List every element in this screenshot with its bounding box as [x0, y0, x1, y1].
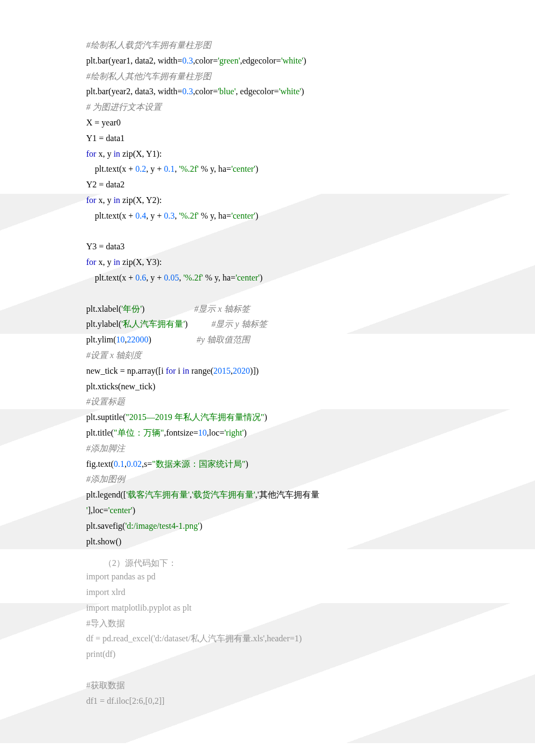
code-token: 0.3 — [182, 87, 193, 96]
code-token: 'center' — [231, 211, 255, 220]
code-token: #添加图例 — [86, 474, 125, 484]
code-token: 0.3 — [182, 56, 193, 65]
code-token: in — [114, 149, 122, 158]
code-token: for — [166, 366, 178, 375]
code-token: '%.2f' — [179, 211, 198, 220]
code-token: plt.text(x + — [86, 273, 135, 282]
code-token: i — [178, 366, 182, 375]
code-token: import matplotlib.pyplot as plt — [86, 603, 192, 612]
code-token: #导入数据 — [86, 619, 125, 628]
code-token: X = year0 — [86, 118, 121, 127]
code-token: in — [114, 195, 122, 205]
code-token: ) — [255, 211, 258, 220]
code-token: ], — [88, 506, 93, 515]
code-token: = — [226, 211, 231, 220]
code-token: plt.xticks(new_tick) — [86, 382, 155, 391]
code-token: , y + — [146, 211, 164, 220]
code-token: 0.1 — [114, 459, 124, 468]
code-token: plt.text(x + — [86, 164, 135, 173]
code-token: plt.xlabel( — [86, 304, 121, 313]
code-token: fontsize — [166, 428, 193, 437]
code-token: = — [147, 459, 152, 468]
code-token: edgecolor — [242, 56, 276, 65]
code-token: % y, — [199, 164, 218, 173]
code-token: 'white' — [281, 56, 303, 65]
code-token: plt.title( — [86, 428, 114, 437]
code-token: '载客汽车拥有量' — [126, 490, 190, 499]
code-token: #y 轴取值范围 — [197, 335, 250, 344]
code-token: 2015 — [213, 366, 231, 375]
code-token: 22000 — [127, 335, 149, 344]
code-token: # 为图进行文本设置 — [86, 102, 162, 111]
code-token: = — [213, 87, 218, 96]
code-token: ) — [199, 521, 202, 530]
code-token: range( — [191, 366, 213, 375]
code-token: ha — [223, 273, 231, 282]
code-token: "数据来源：国家统计局" — [152, 459, 245, 468]
code-token: '年份' — [121, 304, 142, 313]
code-token: 0.2 — [135, 164, 146, 173]
code-token: import pandas as pd — [86, 572, 155, 581]
code-token: ) — [185, 319, 211, 328]
code-token: )]) — [250, 366, 259, 375]
code-token: ha — [218, 211, 226, 220]
code-token: 0.6 — [135, 273, 146, 282]
code-token: plt.ylabel( — [86, 319, 121, 328]
code-token: color — [195, 56, 213, 65]
code-token: zip(X, Y3): — [122, 257, 162, 267]
code-token: 0.02 — [127, 459, 142, 468]
code-token: ha — [218, 164, 226, 173]
code-token: '%.2f' — [179, 164, 198, 173]
code-token: width — [158, 56, 177, 65]
code-token: plt.ylim( — [86, 335, 116, 344]
code-token: 'blue' — [218, 87, 235, 96]
code-token: ) — [255, 164, 258, 173]
code-token: Y3 = data3 — [86, 242, 124, 251]
code-token: % y, — [199, 211, 218, 220]
section-2: （2）源代码如下： import pandas as pd import xlr… — [86, 558, 481, 709]
code-token: 'center' — [231, 164, 255, 173]
code-token: for — [86, 195, 99, 205]
code-token: 10 — [198, 428, 207, 437]
code-token: ) — [133, 506, 135, 515]
code-token: ) — [142, 304, 194, 313]
code-token: Y2 = data2 — [86, 180, 124, 189]
code-token: = — [177, 87, 182, 96]
code-token: = — [231, 273, 235, 282]
code-token: #获取数据 — [86, 681, 125, 690]
code-token: = — [276, 56, 281, 65]
code-token: plt.legend([ — [86, 490, 126, 499]
code-token: 0.1 — [164, 164, 175, 173]
code-token: #绘制私人其他汽车拥有量柱形图 — [86, 72, 211, 81]
code-token: ) — [260, 273, 262, 282]
code-token: 'center' — [235, 273, 260, 282]
code-token: 'white' — [279, 87, 301, 96]
code-token: ) — [303, 56, 306, 65]
code-token: #设置 x 轴刻度 — [86, 351, 142, 360]
code-token: = — [103, 506, 108, 515]
code-token: 0.3 — [164, 211, 175, 220]
code-token: plt.bar(year1, data2, — [86, 56, 158, 65]
code-token: df1 = df.iloc[2:6,[0,2]] — [86, 696, 164, 705]
code-token: ) — [301, 87, 304, 96]
code-token: "单位：万辆" — [114, 428, 164, 437]
code-token: % y, — [203, 273, 223, 282]
code-token: , y + — [146, 273, 164, 282]
code-token: '%.2f' — [183, 273, 203, 282]
code-token: '其他汽车拥有量 — [258, 490, 319, 499]
code-token: 'right' — [224, 428, 244, 437]
code-token: = — [213, 56, 218, 65]
code-token: 10 — [116, 335, 125, 344]
code-token: loc — [209, 428, 220, 437]
code-token: #设置标题 — [86, 397, 125, 406]
code-token: 'center' — [108, 506, 133, 515]
code-token: #显示 x 轴标签 — [194, 304, 249, 313]
code-token: '载货汽车拥有量' — [192, 490, 255, 499]
code-token: = — [193, 428, 198, 437]
code-token: width — [158, 87, 177, 96]
code-token: #添加脚注 — [86, 444, 125, 453]
code-token: , y + — [146, 164, 164, 173]
code-token: new_tick = np.array([i — [86, 366, 166, 375]
code-token: #显示 y 轴标签 — [211, 319, 267, 328]
code-token: ) — [264, 412, 267, 422]
